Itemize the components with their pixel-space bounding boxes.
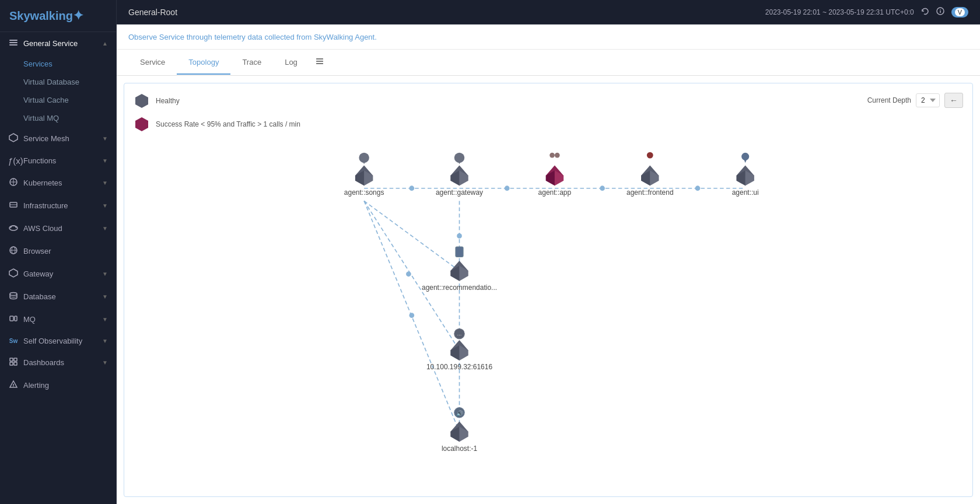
nav-group-header-infrastructure[interactable]: Infrastructure ▼ [0,194,116,217]
infrastructure-icon [8,200,19,211]
svg-rect-15 [10,316,13,321]
chevron-mq: ▼ [102,316,108,323]
node-songs[interactable]: agent::songs [344,153,384,197]
aws-cloud-icon [8,223,19,234]
nav-group-header-service-mesh[interactable]: Service Mesh ▼ [0,127,116,150]
general-service-icon [8,38,19,49]
depth-control: Current Depth 2 1 3 4 5 ← [867,93,963,108]
node-ip[interactable]: ··· 10.100.199.32:61616 [426,328,492,371]
kubernetes-icon [8,177,19,188]
nav-group-header-aws-cloud[interactable]: AWS Cloud ▼ [0,217,116,240]
nav-group-mq: MQ ▼ [0,308,116,331]
nav-label-dashboards: Dashboards [23,358,64,367]
depth-select[interactable]: 2 1 3 4 5 [916,93,940,107]
nav-group-header-gateway[interactable]: Gateway ▼ [0,262,116,285]
logo-area: Skywalking✦ [0,0,116,32]
svg-point-14 [10,293,17,296]
info-icon[interactable] [936,7,944,17]
tab-trace[interactable]: Trace [230,51,273,75]
nav-label-browser: Browser [23,247,51,256]
functions-icon: ƒ(x) [8,156,19,166]
sidebar: Skywalking✦ General Service ▲ Services V… [0,0,117,504]
node-ui[interactable]: agent::ui [732,153,759,197]
svg-point-60 [555,153,560,158]
tab-service[interactable]: Service [128,51,177,75]
page-title: General-Root [128,8,177,17]
svg-marker-29 [135,94,148,108]
chevron-self-observability: ▼ [102,338,108,344]
svg-rect-1 [9,42,18,43]
topology-canvas: Healthy Success Rate < 95% and Traffic >… [124,83,973,497]
nav-label-functions: Functions [23,156,56,165]
svg-rect-0 [9,40,18,41]
datetime-range: 2023-05-19 22:01 ~ 2023-05-19 22:31 UTC+… [765,8,914,16]
svg-text:agent::gateway: agent::gateway [436,188,483,197]
svg-rect-2 [9,44,18,46]
tab-list-icon[interactable] [309,50,330,75]
self-observability-icon: Sw [8,338,19,344]
svg-point-41 [457,233,462,239]
refresh-icon[interactable] [921,7,929,17]
node-recommendation[interactable]: agent::recommendatio... [422,247,497,292]
svg-rect-26 [316,58,323,60]
nav-group-header-self-observability[interactable]: Sw Self Observability ▼ [0,331,116,351]
chevron-service-mesh: ▼ [102,135,108,142]
topology-svg: agent::songs agent::gateway [124,83,972,496]
svg-point-25 [940,9,941,10]
nav-group-alerting: Alerting [0,374,116,397]
nav-group-header-kubernetes[interactable]: Kubernetes ▼ [0,172,116,194]
svg-point-35 [505,186,510,191]
warning-hex-icon [134,116,150,132]
legend-area: Healthy Success Rate < 95% and Traffic >… [134,93,300,132]
node-frontend[interactable]: agent::frontend [626,152,674,197]
header-right: 2023-05-19 22:01 ~ 2023-05-19 22:31 UTC+… [765,7,968,18]
chevron-infrastructure: ▼ [102,202,108,209]
nav-group-header-dashboards[interactable]: Dashboards ▼ [0,351,116,374]
svg-text:agent::frontend: agent::frontend [626,188,674,197]
nav-sub-virtual-cache[interactable]: Virtual Cache [0,91,116,109]
svg-marker-13 [9,269,18,277]
nav-sub-services[interactable]: Services [0,55,116,73]
nav-sub-virtual-database[interactable]: Virtual Database [0,73,116,91]
tab-log[interactable]: Log [273,51,309,75]
node-localhost[interactable]: 🔊 localhost:-1 [442,408,478,453]
nav-group-database: Database ▼ [0,285,116,308]
nav-label-self-observability: Self Observability [23,337,82,345]
nav-sub-virtual-mq[interactable]: Virtual MQ [0,109,116,127]
svg-rect-75 [456,247,463,257]
service-mesh-icon [8,133,19,144]
svg-text:···: ··· [457,331,461,338]
info-banner: Observe Service through telemetry data c… [117,24,980,50]
nav-group-header-general-service[interactable]: General Service ▲ [0,32,116,55]
chevron-kubernetes: ▼ [102,180,108,186]
content-area: Observe Service through telemetry data c… [117,24,980,504]
svg-point-46 [409,313,414,318]
svg-point-59 [550,153,555,158]
nav-label-aws-cloud: AWS Cloud [23,224,62,233]
depth-label: Current Depth [867,96,911,104]
depth-back-button[interactable]: ← [944,93,963,108]
svg-point-21 [13,386,14,387]
node-gateway[interactable]: agent::gateway [436,153,483,197]
nav-group-service-mesh: Service Mesh ▼ [0,127,116,150]
nav-group-header-browser[interactable]: Browser [0,240,116,262]
chevron-dashboards: ▼ [102,359,108,366]
nav-group-header-functions[interactable]: ƒ(x) Functions ▼ [0,150,116,172]
svg-point-70 [741,153,749,160]
nav-group-browser: Browser [0,240,116,262]
chevron-gateway: ▼ [102,271,108,277]
nav-group-self-observability: Sw Self Observability ▼ [0,331,116,351]
info-banner-text: Observe Service through telemetry data c… [128,33,377,41]
nav-group-header-database[interactable]: Database ▼ [0,285,116,308]
toggle-button[interactable]: V [951,7,968,18]
tab-topology[interactable]: Topology [177,51,230,75]
svg-point-44 [406,271,411,276]
nav-group-header-alerting[interactable]: Alerting [0,374,116,397]
chevron-functions: ▼ [102,158,108,164]
node-app[interactable]: agent::app [538,153,572,197]
nav-group-kubernetes: Kubernetes ▼ [0,172,116,194]
nav-group-header-mq[interactable]: MQ ▼ [0,308,116,331]
svg-point-39 [695,186,701,191]
legend-healthy: Healthy [134,93,300,109]
legend-warning: Success Rate < 95% and Traffic > 1 calls… [134,116,300,132]
